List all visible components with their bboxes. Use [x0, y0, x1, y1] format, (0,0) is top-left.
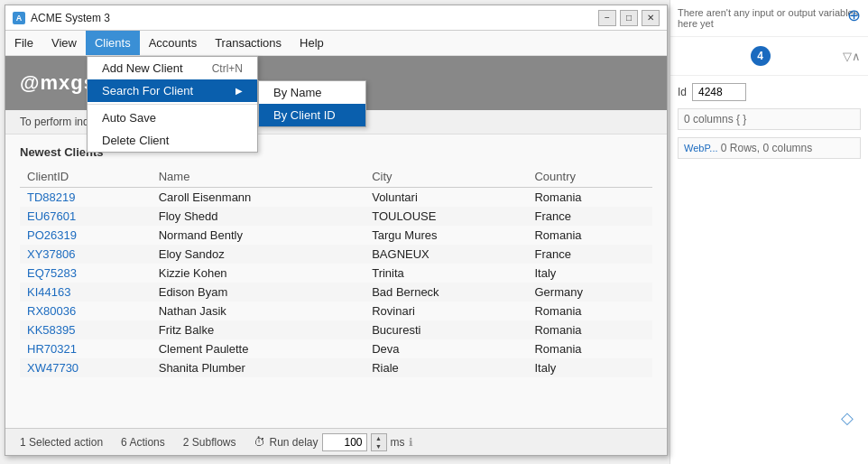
menu-item-help[interactable]: Help: [291, 31, 333, 55]
dropdown-item-delete-client[interactable]: Delete Client: [88, 129, 257, 152]
info-icon[interactable]: ℹ: [409, 436, 413, 449]
submenu-item-by-name[interactable]: By Name: [259, 81, 365, 104]
col-header-clientid: ClientID: [20, 166, 152, 188]
client-country-cell: Romania: [527, 188, 652, 208]
spinner-up[interactable]: ▲: [372, 434, 386, 442]
menu-item-accounts[interactable]: Accounts: [140, 31, 206, 55]
id-value[interactable]: 4248: [692, 83, 746, 101]
submenu-item-by-client-id[interactable]: By Client ID: [259, 104, 365, 126]
client-id-cell: KI44163: [20, 283, 152, 302]
dropdown-divider: [88, 104, 257, 105]
client-city-cell: Deva: [365, 339, 527, 358]
client-city-cell: Riale: [365, 358, 527, 377]
delay-spinner: ▲ ▼: [371, 433, 387, 451]
main-window: A ACME System 3 − □ ✕ File View Clients …: [5, 5, 668, 456]
minimize-button[interactable]: −: [598, 10, 616, 26]
menu-item-view[interactable]: View: [42, 31, 86, 55]
rows-label: WebP... 0 Rows, 0 columns: [678, 137, 861, 159]
client-country-cell: Romania: [527, 302, 652, 320]
client-name-cell: Fritz Balke: [152, 320, 365, 339]
client-id-cell: PO26319: [20, 226, 152, 245]
client-city-cell: BAGNEUX: [365, 245, 527, 264]
table-row[interactable]: KI44163Edison ByamBad BerneckGermany: [20, 283, 652, 302]
client-name-cell: Nathan Jasik: [152, 302, 365, 320]
client-city-cell: Bad Berneck: [365, 283, 527, 302]
client-city-cell: Rovinari: [365, 302, 527, 320]
table-row[interactable]: EU67601Floy SheddTOULOUSEFrance: [20, 207, 652, 226]
menu-item-clients[interactable]: Clients: [86, 31, 140, 55]
table-row[interactable]: XY37806Eloy SandozBAGNEUXFrance: [20, 245, 652, 264]
client-id-cell: HR70321: [20, 339, 152, 358]
client-id-cell: XW47730: [20, 358, 152, 377]
client-name-cell: Caroll Eisenmann: [152, 188, 365, 208]
menu-item-file[interactable]: File: [5, 31, 42, 55]
selected-action: 1 Selected action: [20, 436, 103, 449]
badge: 4: [751, 46, 771, 66]
table-row[interactable]: XW47730Shanita PlumberRialeItaly: [20, 358, 652, 377]
clock-icon: ⏱: [254, 435, 265, 449]
dropdown-item-search-for-client[interactable]: Search For Client ▶: [88, 79, 257, 102]
client-id-cell: EQ75283: [20, 264, 152, 283]
maximize-button[interactable]: □: [620, 10, 638, 26]
client-name-cell: Shanita Plumber: [152, 358, 365, 377]
client-country-cell: Romania: [527, 226, 652, 245]
client-name-cell: Kizzie Kohen: [152, 264, 365, 283]
client-city-cell: Bucuresti: [365, 320, 527, 339]
plus-icon[interactable]: ⊕: [847, 5, 861, 25]
client-country-cell: Germany: [527, 283, 652, 302]
subflows-count: 2 Subflows: [183, 436, 236, 449]
clients-table: ClientID Name City Country TD88219Caroll…: [20, 166, 652, 377]
run-delay-label: Run delay: [269, 436, 318, 449]
client-name-cell: Floy Shedd: [152, 207, 365, 226]
id-field: Id 4248: [678, 83, 861, 101]
client-city-cell: Voluntari: [365, 188, 527, 208]
client-country-cell: France: [527, 245, 652, 264]
ms-label: ms: [391, 436, 405, 449]
columns-label: 0 columns { }: [678, 108, 861, 130]
dropdown-item-add-new-client[interactable]: Add New Client Ctrl+N: [88, 57, 257, 79]
client-city-cell: TOULOUSE: [365, 207, 527, 226]
close-button[interactable]: ✕: [642, 10, 660, 26]
client-name-cell: Edison Byam: [152, 283, 365, 302]
status-bar: 1 Selected action 6 Actions 2 Subflows ⏱…: [5, 428, 667, 455]
client-country-cell: Romania: [527, 320, 652, 339]
client-city-cell: Trinita: [365, 264, 527, 283]
filter-icon[interactable]: ▽: [843, 50, 852, 63]
table-row[interactable]: PO26319Normand BentlyTargu MuresRomania: [20, 226, 652, 245]
client-id-cell: RX80036: [20, 302, 152, 320]
col-header-city: City: [365, 166, 527, 188]
spinner-down[interactable]: ▼: [372, 442, 386, 450]
table-row[interactable]: TD88219Caroll EisenmannVoluntariRomania: [20, 188, 652, 208]
client-country-cell: Italy: [527, 358, 652, 377]
delay-input[interactable]: [322, 433, 367, 451]
collapse-icon[interactable]: ∧: [852, 50, 861, 63]
col-header-country: Country: [527, 166, 652, 188]
client-id-cell: XY37806: [20, 245, 152, 264]
table-row[interactable]: KK58395Fritz BalkeBucurestiRomania: [20, 320, 652, 339]
col-header-name: Name: [152, 166, 365, 188]
search-submenu: By Name By Client ID: [258, 80, 366, 127]
menu-bar: File View Clients Accounts Transactions …: [5, 31, 667, 56]
app-icon: A: [13, 12, 25, 24]
client-country-cell: Italy: [527, 264, 652, 283]
title-bar: A ACME System 3 − □ ✕: [5, 5, 667, 31]
diamond-icon: ◇: [841, 408, 854, 428]
table-row[interactable]: HR70321Clement PauletteDevaRomania: [20, 339, 652, 358]
dropdown-item-auto-save[interactable]: Auto Save: [88, 107, 257, 129]
title-bar-left: A ACME System 3: [13, 12, 110, 24]
client-name-cell: Eloy Sandoz: [152, 245, 365, 264]
client-name-cell: Normand Bently: [152, 226, 365, 245]
table-row[interactable]: RX80036Nathan JasikRovinariRomania: [20, 302, 652, 320]
client-country-cell: France: [527, 207, 652, 226]
client-id-cell: KK58395: [20, 320, 152, 339]
right-panel: There aren't any input or output variabl…: [669, 0, 868, 464]
webp-link[interactable]: WebP...: [684, 143, 718, 153]
table-row[interactable]: EQ75283Kizzie KohenTrinitaItaly: [20, 264, 652, 283]
clients-dropdown: Add New Client Ctrl+N Search For Client …: [87, 56, 258, 153]
right-panel-notice: There aren't any input or output variabl…: [670, 0, 868, 37]
client-country-cell: Romania: [527, 339, 652, 358]
client-city-cell: Targu Mures: [365, 226, 527, 245]
run-delay: ⏱ Run delay ▲ ▼ ms ℹ: [254, 433, 412, 451]
app-title: ACME System 3: [31, 12, 110, 24]
menu-item-transactions[interactable]: Transactions: [206, 31, 291, 55]
